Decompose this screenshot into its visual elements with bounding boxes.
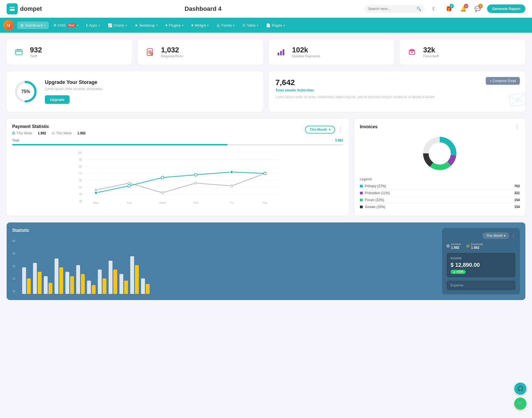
legend-item-0: This Week <box>12 131 32 135</box>
chat-badge: 5 <box>478 4 483 8</box>
email-card: + Compose Email 7,642 Total emails Subcr… <box>269 71 525 112</box>
chevron-down-icon-9: ▾ <box>257 24 258 27</box>
compose-email-button[interactable]: + Compose Email <box>486 77 520 85</box>
legend-label-1: This Week <box>56 131 72 135</box>
legend-val-1: 1.982 <box>77 131 86 135</box>
stat-more-options[interactable]: ⋮ <box>511 234 515 238</box>
force-tariff-info: 32k Force tariff <box>423 46 439 58</box>
bar-group-9 <box>119 274 128 294</box>
expense-value: 1.982 <box>471 246 483 250</box>
legend-label-forum: Forum (22%) <box>365 198 384 202</box>
page-title: Dashboard 4 <box>185 5 221 12</box>
chart-title: Payment Statistic <box>12 124 86 129</box>
statistic-month-filter[interactable]: This Month ▾ <box>482 232 509 239</box>
detailed-payments-value: 102k <box>292 46 320 54</box>
generate-report-button[interactable]: Generate Report <box>487 4 525 13</box>
line-chart-svg: 100 90 80 70 60 50 40 30 Mon Tue Wed Thu… <box>12 150 343 205</box>
moon-icon: ☾ <box>432 6 437 12</box>
detailed-payments-info: 102k Detailed Payments <box>292 46 320 58</box>
nav-item-pages[interactable]: 📄 Pages ▾ <box>263 22 288 29</box>
legend-left-promotion: Promotion (11%) <box>360 191 390 195</box>
legend-value-0: 1.982 <box>38 131 46 135</box>
bar-group-1 <box>33 263 42 294</box>
income-legend-item: Income 1.982 <box>447 242 461 250</box>
income-box: Income $ 12,890.00 ▲ +15% <box>447 253 515 277</box>
more-options-button[interactable]: ⋮ <box>338 127 343 132</box>
nav-item-charts[interactable]: 📈 Charts ▾ <box>104 22 130 29</box>
legend-label-0: This Week <box>17 131 32 135</box>
storage-text: Upgrade Your Storage Lorem ipsum dolor s… <box>45 80 103 104</box>
search-icon: 🔍 <box>416 7 421 11</box>
nav-item-bootstrap[interactable]: ★ Bootstrap ▾ <box>131 22 161 29</box>
svg-rect-14 <box>278 53 279 55</box>
search-input[interactable] <box>368 7 414 11</box>
stat-card-required-price: 1,032 Required Price <box>138 39 263 65</box>
legend-color-forum <box>360 199 363 201</box>
stat-card-force-tariff: 32k Force tariff <box>400 39 525 65</box>
nav-label-bootstrap: Bootstrap <box>139 23 155 27</box>
svg-point-44 <box>128 184 131 187</box>
force-tariff-label: Force tariff <box>423 54 439 58</box>
svg-text:40: 40 <box>79 193 82 196</box>
legend-dot-0 <box>12 132 15 135</box>
legend-val-0: 1.982 <box>38 131 46 135</box>
svg-rect-16 <box>283 49 284 55</box>
this-month-filter[interactable]: This Month ▾ <box>305 126 335 134</box>
gift-button[interactable]: 🎁 2 <box>444 4 454 14</box>
nav-item-cms[interactable]: ⚙ CMS New ▾ <box>50 22 82 29</box>
charts-icon: 📈 <box>108 23 112 27</box>
svg-text:60: 60 <box>79 179 82 182</box>
nav-item-dashboard[interactable]: ⊞ Dashboard ▾ <box>17 22 49 29</box>
tariff-value: 932 <box>30 46 42 54</box>
legend-label-primary: Primary (27%) <box>365 184 386 188</box>
nav-item-apps[interactable]: ℹ Apps ▾ <box>83 22 103 29</box>
theme-toggle[interactable]: ☾ <box>429 4 439 14</box>
detailed-payments-icon <box>274 45 288 59</box>
chevron-down-icon-3: ▾ <box>99 24 100 27</box>
search-box[interactable]: 🔍 <box>364 5 425 13</box>
nav-item-plugins[interactable]: ♥ Plugins ▾ <box>162 22 187 29</box>
nav-item-forms[interactable]: 🖨 Forms ▾ <box>213 22 238 29</box>
chevron-down-icon-6: ▾ <box>182 24 183 27</box>
stat-card-detailed-payments: 102k Detailed Payments <box>269 39 394 65</box>
tariff-label: Tariff <box>30 54 42 58</box>
arrow-up-icon: ▲ <box>453 270 456 273</box>
income-badge-text: +15% <box>456 270 464 273</box>
svg-text:90: 90 <box>79 158 82 161</box>
nav-item-widget[interactable]: ♥ Widget ▾ <box>188 22 212 29</box>
svg-text:Tue: Tue <box>127 201 132 204</box>
messages-button[interactable]: 💬 5 <box>473 4 483 14</box>
legend-count-forum: 154 <box>514 198 520 202</box>
email-bg-icon: ✉ <box>505 84 525 112</box>
upgrade-button[interactable]: Upgrade <box>45 95 70 104</box>
logo: dompet <box>7 3 42 14</box>
invoices-header: Invoices ⋮ <box>360 124 520 130</box>
tariff-info: 932 Tariff <box>30 46 42 58</box>
nav-item-table[interactable]: ☰ Table ▾ <box>239 22 262 29</box>
svg-rect-2 <box>11 9 12 10</box>
total-label: Total <box>12 139 19 142</box>
nav-label-pages: Pages <box>272 23 282 27</box>
chart-header: Payment Statistic This Week 1.982 This W… <box>12 124 343 135</box>
filter-label: This Month <box>310 128 327 132</box>
chevron-icon-stat: ▾ <box>504 234 505 238</box>
invoices-donut <box>360 134 520 173</box>
legend-value-1: 1.982 <box>77 131 86 135</box>
storage-description: Lorem ipsum dolor sit amet, onsectetur. <box>45 87 103 91</box>
storage-title: Upgrade Your Storage <box>45 80 103 85</box>
nav-label-widget: Widget <box>195 23 206 27</box>
nav-label-apps: Apps <box>89 23 97 27</box>
svg-point-46 <box>194 173 197 176</box>
notifications-button[interactable]: 🔔 12 <box>458 4 468 14</box>
svg-rect-4 <box>17 49 18 51</box>
legend-row-forum: Forum (22%) 154 <box>360 197 520 204</box>
legend-count-promotion: 321 <box>514 191 520 195</box>
svg-point-53 <box>231 185 233 187</box>
chart-total-row: Total 3.982 <box>12 139 343 142</box>
line-chart-container: 100 90 80 70 60 50 40 30 Mon Tue Wed Thu… <box>12 150 343 206</box>
required-price-value: 1,032 <box>161 46 183 54</box>
legend-count-socials: 154 <box>514 205 520 209</box>
invoices-more-options[interactable]: ⋮ <box>514 124 520 130</box>
legend-row-promotion: Promotion (11%) 321 <box>360 190 520 197</box>
legend-count-primary: 763 <box>514 184 520 188</box>
